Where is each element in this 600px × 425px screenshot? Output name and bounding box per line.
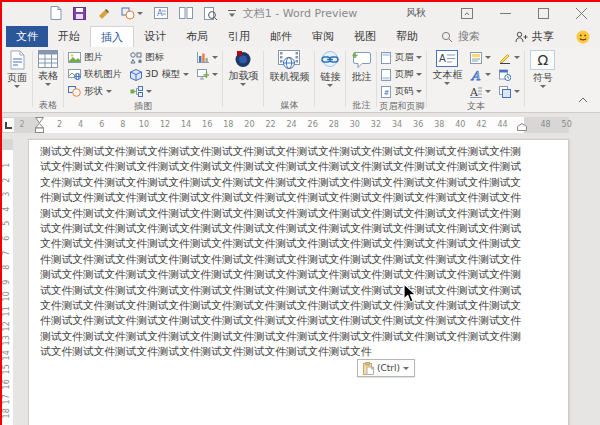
search-box[interactable]: 搜索 [441, 26, 480, 47]
share-person-icon [515, 31, 528, 43]
smartart-button[interactable] [128, 86, 191, 97]
horizontal-ruler[interactable]: 2 24681012141618202224262830323436384042… [14, 117, 569, 133]
chart-button[interactable] [195, 52, 220, 63]
ruler-left-margin-number: 2 [14, 117, 30, 133]
ruler-number: 42 [471, 117, 492, 133]
new-document-icon [50, 6, 62, 20]
table-caret [45, 83, 51, 86]
ribbon-display-options-button[interactable] [448, 0, 486, 26]
date-time-button[interactable] [497, 69, 522, 81]
ribbon-tab[interactable]: 布局 [176, 26, 218, 47]
drop-cap-caret [485, 90, 491, 93]
ruler-number: 40 [450, 117, 471, 133]
group-text: A 文本框 A A [429, 49, 522, 111]
addins-button[interactable]: 加载项 [225, 49, 261, 87]
capture-border-left [0, 0, 2, 425]
document-page[interactable]: 测试文件测试文件测试文件测试文件测试文件测试文件测试文件测试文件测试文件测试文件… [28, 139, 569, 425]
ribbon-tab[interactable]: 视图 [344, 26, 386, 47]
paste-options-button[interactable]: (Ctrl) [357, 359, 415, 377]
ribbon-tab[interactable]: 邮件 [260, 26, 302, 47]
signature-line-icon [499, 52, 511, 64]
icons-icon [130, 52, 142, 64]
page-number-button[interactable]: # 页码 [379, 85, 424, 98]
ruler-number: 48 [535, 117, 556, 133]
tab-file[interactable]: 文件 [6, 26, 48, 47]
comment-button[interactable]: 批注 [348, 49, 374, 83]
new-document-button[interactable] [50, 6, 62, 20]
icons-button[interactable]: 图标 [128, 51, 191, 64]
quick-parts-button[interactable] [468, 52, 493, 64]
online-video-button[interactable]: 联机视频 [266, 49, 312, 83]
signature-line-button[interactable] [497, 52, 522, 64]
ribbon-tab[interactable]: 开始 [48, 26, 90, 47]
smiley-icon [576, 30, 590, 44]
header-button[interactable]: 页眉 [379, 51, 424, 64]
svg-text:A: A [470, 86, 479, 98]
svg-text:#: # [384, 89, 390, 97]
footer-button[interactable]: 页脚 [379, 68, 424, 81]
save-button[interactable] [73, 7, 86, 20]
ribbon-tab[interactable]: 审阅 [302, 26, 344, 47]
ruler-number: 24 [281, 117, 302, 133]
group-label-header-footer: 页眉和页脚 [379, 100, 424, 112]
omega-symbol-icon: Ω [530, 50, 555, 70]
group-addins: 加载项 [225, 49, 261, 111]
first-line-and-hanging-indent-icon [34, 117, 45, 133]
pages-button[interactable]: 页面 [4, 49, 30, 89]
word-window: A 文档1 - Word Preview 风秋 [0, 0, 600, 425]
screenshot-caret [212, 73, 218, 76]
right-indent-marker[interactable] [517, 123, 527, 133]
object-button[interactable] [497, 86, 522, 98]
ruler-number: 34 [387, 117, 408, 133]
wordart-button[interactable]: A [468, 69, 493, 81]
wordart-caret [485, 73, 491, 76]
group-label-text: 文本 [429, 100, 522, 112]
symbol-button[interactable]: Ω 符号 [527, 49, 558, 89]
maximize-button[interactable] [524, 0, 562, 26]
document-text[interactable]: 测试文件测试文件测试文件测试文件测试文件测试文件测试文件测试文件测试文件测试文件… [29, 140, 523, 360]
table-button[interactable]: 表格 [35, 49, 61, 87]
drop-cap-button[interactable]: A [468, 86, 493, 98]
online-video-icon [278, 50, 300, 69]
text-box-icon: A [436, 50, 458, 67]
ruler-number: 8 [112, 117, 133, 133]
textbox-button[interactable]: A 文本框 [429, 49, 465, 86]
account-user-name[interactable]: 风秋 [406, 6, 426, 20]
quick-parts-icon [470, 52, 482, 64]
group-symbol: Ω 符号 [527, 49, 558, 111]
shapes-button[interactable] [121, 7, 143, 20]
textbox-caret [444, 82, 450, 85]
feedback-button[interactable] [576, 26, 590, 47]
ribbon-tab[interactable]: 帮助 [386, 26, 428, 47]
3d-models-button[interactable]: 3D 模型 [128, 68, 191, 81]
online-pictures-button[interactable]: 联机图片 [66, 68, 124, 81]
addins-caret [240, 83, 246, 86]
group-header-footer: 页眉 页脚 # 页码 页眉和页脚 [379, 49, 424, 111]
store-addin-icon [234, 50, 252, 68]
page-number-icon: # [381, 86, 391, 98]
group-media: 联机视频 媒体 [266, 49, 312, 111]
pictures-button[interactable]: 图片 [66, 51, 124, 64]
page-number-caret [416, 90, 422, 93]
screenshot-button[interactable] [195, 69, 220, 80]
ribbon-insert-panel: 页面 表格 表格 [0, 47, 600, 113]
shapes-ribbon-button[interactable]: 形状 [66, 85, 124, 98]
indent-markers[interactable] [34, 117, 45, 135]
chart-caret [212, 56, 218, 59]
ruler-number: 2 [49, 117, 70, 133]
minimize-button[interactable] [486, 0, 524, 26]
3d-models-caret [183, 73, 189, 76]
group-label-comment: 批注 [348, 99, 374, 111]
collapse-ribbon-button[interactable] [578, 88, 588, 107]
link-button[interactable]: 链接 [317, 49, 343, 88]
share-button[interactable]: 共享 [515, 26, 554, 47]
drop-cap-icon: A [470, 86, 482, 98]
ribbon-tab[interactable]: 引用 [218, 26, 260, 47]
header-caret [416, 56, 422, 59]
ribbon-tab[interactable]: 设计 [134, 26, 176, 47]
close-button[interactable] [562, 0, 600, 26]
format-painter-button[interactable] [97, 7, 110, 20]
ruler-number: 16 [197, 117, 218, 133]
group-comment: 批注 批注 [348, 49, 374, 111]
ribbon-tab[interactable]: 插入 [90, 26, 134, 47]
